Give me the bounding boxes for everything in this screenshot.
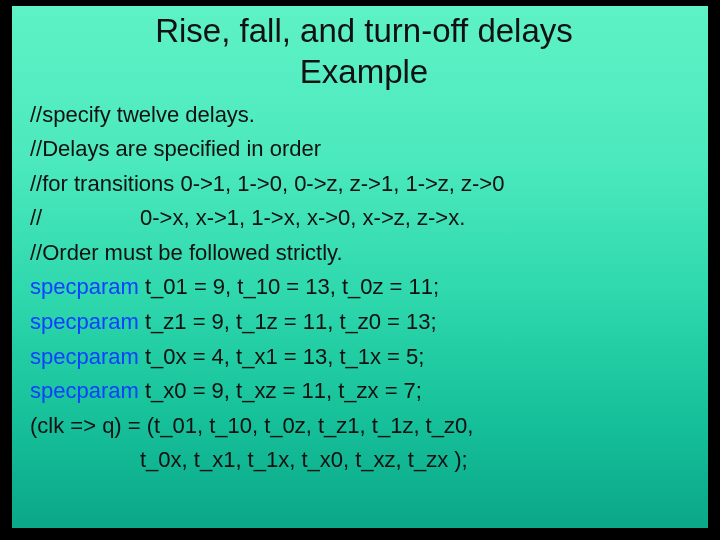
title-line-1: Rise, fall, and turn-off delays <box>155 12 573 49</box>
keyword-specparam: specparam <box>30 309 139 334</box>
specparam-values: t_z1 = 9, t_1z = 11, t_z0 = 13; <box>139 309 437 334</box>
keyword-specparam: specparam <box>30 344 139 369</box>
assign-line-cont: t_0x, t_x1, t_1x, t_x0, t_xz, t_zx ); <box>30 446 698 475</box>
specparam-values: t_01 = 9, t_10 = 13, t_0z = 11; <box>139 274 439 299</box>
comment-line: // 0->x, x->1, 1->x, x->0, x->z, z->x. <box>30 204 698 233</box>
specparam-line: specparam t_z1 = 9, t_1z = 11, t_z0 = 13… <box>30 308 698 337</box>
specparam-line: specparam t_01 = 9, t_10 = 13, t_0z = 11… <box>30 273 698 302</box>
specparam-values: t_0x = 4, t_x1 = 13, t_1x = 5; <box>139 344 425 369</box>
slide: Rise, fall, and turn-off delays Example … <box>12 6 708 528</box>
slide-body: //specify twelve delays. //Delays are sp… <box>30 101 698 476</box>
specparam-line: specparam t_0x = 4, t_x1 = 13, t_1x = 5; <box>30 343 698 372</box>
title-line-2: Example <box>300 53 428 90</box>
specparam-values: t_x0 = 9, t_xz = 11, t_zx = 7; <box>139 378 422 403</box>
comment-line: //for transitions 0->1, 1->0, 0->z, z->1… <box>30 170 698 199</box>
comment-line: //specify twelve delays. <box>30 101 698 130</box>
keyword-specparam: specparam <box>30 378 139 403</box>
slide-frame: Rise, fall, and turn-off delays Example … <box>0 0 720 540</box>
specparam-line: specparam t_x0 = 9, t_xz = 11, t_zx = 7; <box>30 377 698 406</box>
slide-title: Rise, fall, and turn-off delays Example <box>30 10 698 93</box>
comment-line: //Order must be followed strictly. <box>30 239 698 268</box>
keyword-specparam: specparam <box>30 274 139 299</box>
comment-line: //Delays are specified in order <box>30 135 698 164</box>
assign-line: (clk => q) = (t_01, t_10, t_0z, t_z1, t_… <box>30 412 698 441</box>
